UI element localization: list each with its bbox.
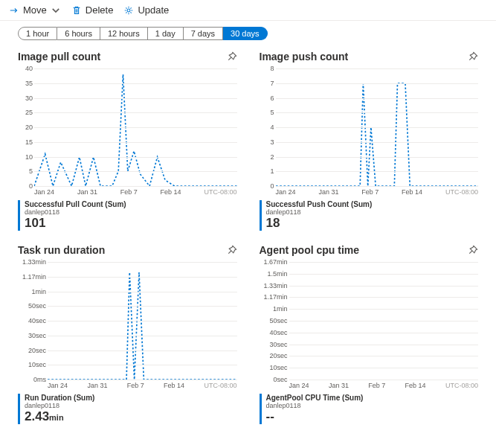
pin-icon[interactable] — [226, 51, 237, 63]
card-task-run-duration: Task run duration 1.33min1.17min1min50se… — [18, 244, 237, 424]
update-label: Update — [138, 4, 169, 16]
chart-agent: 1.67min1.5min1.33min1.17min1min50sec40se… — [289, 262, 479, 380]
chart-task: 1.33min1.17min1min50sec40sec30sec20sec10… — [48, 262, 237, 380]
move-button[interactable]: Move — [9, 4, 61, 16]
delete-button[interactable]: Delete — [71, 4, 114, 16]
pin-icon[interactable] — [467, 51, 478, 63]
delete-label: Delete — [86, 4, 114, 16]
time-range-30-days[interactable]: 30 days — [223, 27, 268, 40]
metric-value: 2.43 — [25, 409, 49, 423]
metric-value: 18 — [266, 216, 280, 230]
pin-icon[interactable] — [467, 245, 478, 256]
card-image-pull-count: Image pull count 4035302520151050 Jan 24… — [18, 51, 237, 231]
delete-icon — [71, 5, 82, 16]
time-range-6-hours[interactable]: 6 hours — [57, 27, 100, 40]
metric-value: -- — [266, 409, 274, 423]
legend: AgentPool CPU Time (Sum) danlep0118 -- — [260, 394, 479, 424]
gear-icon — [123, 5, 134, 16]
card-title: Image pull count — [18, 51, 100, 63]
time-range-7-days[interactable]: 7 days — [184, 27, 223, 40]
card-title: Image push count — [260, 51, 349, 63]
card-title: Agent pool cpu time — [260, 244, 360, 256]
metric-value: 101 — [25, 216, 45, 230]
time-range-selector: 1 hour6 hours12 hours1 day7 days30 days — [0, 21, 496, 51]
time-range-1-hour[interactable]: 1 hour — [18, 27, 57, 40]
card-agent-pool-cpu-time: Agent pool cpu time 1.67min1.5min1.33min… — [260, 244, 479, 424]
card-image-push-count: Image push count 876543210 Jan 24Jan 31F… — [260, 51, 479, 231]
move-label: Move — [23, 4, 47, 16]
card-title: Task run duration — [18, 244, 105, 256]
time-range-12-hours[interactable]: 12 hours — [100, 27, 148, 40]
chevron-down-icon — [51, 5, 61, 16]
x-axis: Jan 24Jan 31Feb 7Feb 14UTC-08:00 — [34, 188, 237, 196]
x-axis: Jan 24Jan 31Feb 7Feb 14UTC-08:00 — [48, 382, 237, 389]
svg-point-0 — [127, 9, 130, 12]
legend: Successful Push Count (Sum) danlep0118 1… — [260, 200, 479, 231]
time-range-1-day[interactable]: 1 day — [148, 27, 184, 40]
x-axis: Jan 24Jan 31Feb 7Feb 14UTC-08:00 — [276, 188, 479, 196]
chart-pull: 4035302520151050 — [34, 68, 237, 186]
legend: Run Duration (Sum) danlep0118 2.43min — [18, 394, 237, 424]
legend: Successful Pull Count (Sum) danlep0118 1… — [18, 200, 237, 231]
x-axis: Jan 24Jan 31Feb 7Feb 14UTC-08:00 — [289, 382, 479, 389]
chart-push: 876543210 — [276, 68, 479, 186]
move-icon — [9, 5, 19, 16]
pin-icon[interactable] — [226, 245, 237, 256]
update-button[interactable]: Update — [123, 4, 169, 16]
